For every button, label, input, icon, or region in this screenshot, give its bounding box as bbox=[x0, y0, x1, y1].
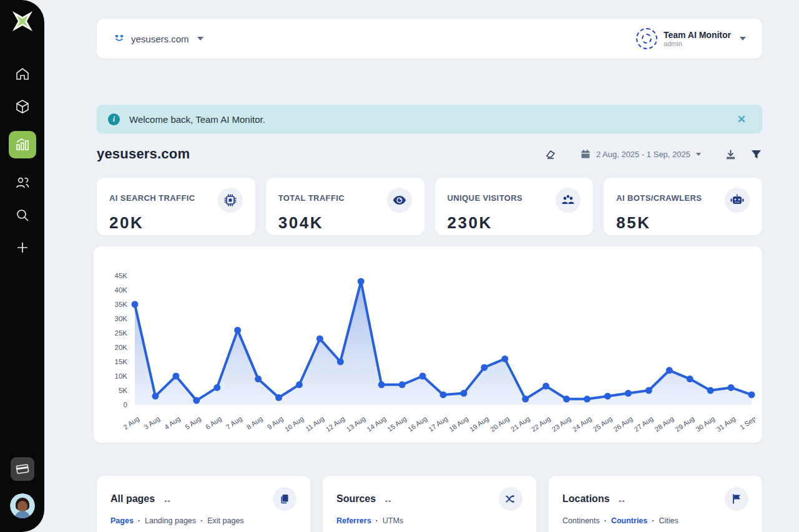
flag-icon[interactable] bbox=[725, 487, 748, 511]
y-tick-label: 0 bbox=[124, 401, 127, 409]
date-range-picker[interactable]: 2 Aug, 2025 - 1 Sep, 2025 bbox=[571, 143, 711, 165]
stat-value: 304K bbox=[278, 213, 412, 233]
chart-data-point[interactable] bbox=[687, 375, 694, 382]
sidebar-item-search[interactable] bbox=[14, 207, 31, 223]
chart-data-point[interactable] bbox=[501, 355, 508, 362]
x-tick-label: 23 Aug bbox=[551, 415, 572, 433]
tab-pages[interactable]: Pages bbox=[110, 516, 134, 525]
tab-cities[interactable]: Cities bbox=[647, 516, 678, 525]
chart-data-point[interactable] bbox=[440, 391, 447, 398]
visitors-icon bbox=[556, 188, 581, 213]
panel-title[interactable]: All pages bbox=[110, 493, 155, 505]
users-icon bbox=[15, 175, 30, 190]
chart-data-point[interactable] bbox=[625, 390, 632, 397]
chart-data-point[interactable] bbox=[234, 327, 241, 334]
profile-menu[interactable]: Team AI Monitor admin bbox=[636, 28, 746, 49]
app-logo-icon[interactable] bbox=[7, 6, 37, 36]
tab-countries[interactable]: Countries bbox=[600, 516, 648, 525]
chart-data-point[interactable] bbox=[666, 367, 673, 374]
sidebar-item-packages[interactable] bbox=[14, 99, 31, 115]
sidebar-item-add[interactable] bbox=[14, 239, 31, 256]
stat-card-total-traffic: TOTAL TRAFFIC 304K bbox=[266, 178, 424, 235]
x-tick-label: 26 Aug bbox=[612, 415, 634, 433]
download-button[interactable] bbox=[725, 148, 737, 160]
site-switcher[interactable]: yesusers.com bbox=[113, 32, 203, 45]
chart-data-point[interactable] bbox=[522, 395, 529, 402]
chart-data-point[interactable] bbox=[584, 395, 591, 402]
profile-role: admin bbox=[664, 40, 731, 47]
x-tick-label: 14 Aug bbox=[365, 415, 387, 433]
chart-data-point[interactable] bbox=[337, 359, 344, 365]
credit-card-icon bbox=[15, 462, 30, 476]
chart-data-point[interactable] bbox=[460, 390, 467, 397]
tab-referrers[interactable]: Referrers bbox=[336, 516, 371, 525]
chevron-down-icon bbox=[740, 37, 746, 41]
chart-data-point[interactable] bbox=[316, 336, 323, 342]
chart-generated: 45K40K35K30K25K20K15K10K5K02 Aug3 Aug4 A… bbox=[115, 272, 755, 433]
chart-data-point[interactable] bbox=[748, 391, 755, 398]
chart-data-point[interactable] bbox=[152, 393, 159, 400]
chart-data-point[interactable] bbox=[728, 384, 735, 391]
chart-data-point[interactable] bbox=[172, 373, 179, 380]
stat-card-ai-bots-crawlers: AI BOTS/CRAWLERS 85K bbox=[604, 178, 762, 235]
site-name: yesusers.com bbox=[131, 34, 189, 44]
y-tick-label: 25K bbox=[115, 329, 128, 337]
chart-data-point[interactable] bbox=[481, 364, 488, 371]
sidebar-item-analytics[interactable] bbox=[9, 131, 36, 158]
traffic-chart-svg[interactable]: 45K40K35K30K25K20K15K10K5K02 Aug3 Aug4 A… bbox=[102, 255, 755, 441]
x-tick-label: 11 Aug bbox=[304, 415, 325, 433]
chart-data-point[interactable] bbox=[193, 397, 200, 404]
chart-data-point[interactable] bbox=[604, 393, 611, 400]
sidebar-item-home[interactable] bbox=[14, 66, 31, 82]
tab-exit-pages[interactable]: Exit pages bbox=[196, 516, 244, 525]
tab-continents[interactable]: Continents bbox=[562, 516, 600, 525]
search-icon bbox=[15, 208, 30, 223]
stat-value: 20K bbox=[109, 213, 243, 233]
panel-title[interactable]: Sources bbox=[336, 493, 376, 505]
shuffle-icon[interactable] bbox=[499, 487, 522, 511]
sidebar-item-users[interactable] bbox=[14, 175, 31, 191]
chart-data-point[interactable] bbox=[378, 381, 385, 388]
y-tick-label: 15K bbox=[115, 358, 128, 365]
stat-value: 230K bbox=[448, 213, 581, 233]
panel-sources: Sources ↔ Referrers UTMs bbox=[323, 476, 536, 532]
x-tick-label: 17 Aug bbox=[427, 415, 449, 433]
stat-label: TOTAL TRAFFIC bbox=[278, 193, 345, 203]
user-avatar[interactable] bbox=[10, 493, 35, 518]
chart-data-point[interactable] bbox=[645, 387, 652, 394]
chart-data-point[interactable] bbox=[542, 383, 549, 390]
chart-data-point[interactable] bbox=[358, 278, 365, 285]
x-tick-label: 19 Aug bbox=[468, 415, 490, 433]
x-tick-label: 20 Aug bbox=[489, 415, 511, 433]
panel-title[interactable]: Locations bbox=[562, 493, 610, 505]
clear-filters-button[interactable] bbox=[544, 148, 557, 160]
chart-data-point[interactable] bbox=[255, 375, 262, 382]
swap-icon[interactable]: ↔ bbox=[162, 494, 172, 505]
chart-data-point[interactable] bbox=[213, 384, 220, 391]
banner-close-icon[interactable]: ✕ bbox=[732, 110, 751, 128]
swap-icon[interactable]: ↔ bbox=[617, 494, 627, 505]
pages-icon[interactable] bbox=[273, 487, 297, 511]
x-tick-label: 15 Aug bbox=[386, 415, 408, 433]
tab-landing-pages[interactable]: Landing pages bbox=[134, 516, 196, 525]
welcome-message: Welcome back, Team AI Monitor. bbox=[129, 114, 265, 125]
chart-data-point[interactable] bbox=[275, 394, 282, 401]
package-icon bbox=[15, 99, 30, 114]
chart-data-point[interactable] bbox=[296, 381, 303, 388]
sidebar-item-billing[interactable] bbox=[11, 457, 34, 481]
filter-button[interactable] bbox=[750, 148, 762, 160]
chart-data-point[interactable] bbox=[132, 301, 139, 308]
tab-utms[interactable]: UTMs bbox=[371, 516, 404, 525]
top-header: yesusers.com Team AI Monitor admin bbox=[97, 19, 762, 59]
plus-icon bbox=[15, 240, 30, 255]
team-avatar-icon bbox=[636, 28, 657, 49]
chart-data-point[interactable] bbox=[399, 381, 406, 388]
y-tick-label: 35K bbox=[115, 301, 128, 308]
swap-icon[interactable]: ↔ bbox=[383, 494, 393, 505]
x-tick-label: 1 Sep bbox=[738, 415, 755, 431]
chart-data-point[interactable] bbox=[419, 373, 426, 380]
chart-data-point[interactable] bbox=[707, 387, 714, 394]
x-tick-label: 12 Aug bbox=[325, 415, 346, 433]
x-tick-label: 6 Aug bbox=[204, 415, 223, 431]
chart-data-point[interactable] bbox=[563, 395, 570, 402]
